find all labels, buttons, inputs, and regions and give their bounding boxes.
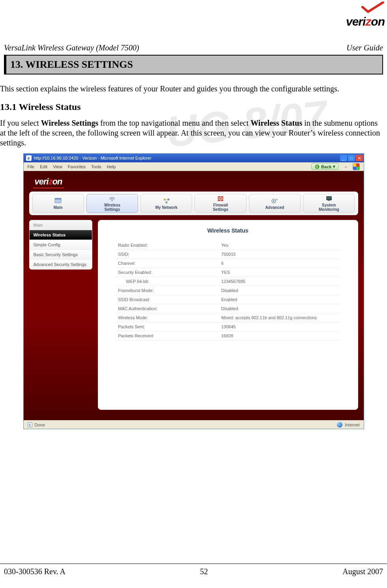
svg-point-0 <box>315 164 320 169</box>
wireless-icon <box>108 195 116 202</box>
footer-left: 030-300536 Rev. A <box>4 567 65 576</box>
browser-statusbar: e Done Internet <box>24 420 364 429</box>
close-button[interactable]: ✕ <box>356 155 363 161</box>
menu-view[interactable]: View <box>53 164 62 169</box>
sidebar-item-basic-security[interactable]: Basic Security Settings <box>30 250 92 260</box>
back-icon <box>315 164 320 169</box>
status-table: Radio Enabled:Yes SSID:750015 Channel:6 … <box>116 241 340 341</box>
footer-page: 52 <box>200 567 208 576</box>
status-done: Done <box>35 422 45 427</box>
menu-help[interactable]: Help <box>107 164 116 169</box>
svg-line-8 <box>165 199 166 203</box>
row-wireless-mode: Wireless Mode:Mixed: accepts 802.11b and… <box>116 313 340 322</box>
row-wep: WEP 64-bit:1234567895 <box>116 277 340 286</box>
intro-paragraph: This section explains the wireless featu… <box>0 84 383 94</box>
sidebar-header[interactable]: Main <box>30 220 92 230</box>
window-titlebar: e http://10.16.90.10:2420 - Verizon - Mi… <box>24 154 364 162</box>
footer-right: August 2007 <box>342 567 383 576</box>
verizon-logo: verizon <box>346 2 385 28</box>
svg-point-3 <box>112 200 113 201</box>
main-icon <box>54 197 62 205</box>
firewall-icon <box>217 195 224 202</box>
doc-title-right: User Guide <box>346 43 383 52</box>
body-paragraph: If you select Wireless Settings from the… <box>0 118 383 148</box>
sidebar-item-advanced-security[interactable]: Advanced Security Settings <box>30 260 92 269</box>
sidebar-item-wireless-status[interactable]: Wireless Status <box>30 230 92 240</box>
page-viewport: verizon Main Wireless Settings My Networ… <box>24 171 364 420</box>
row-packets-received: Packets Received:16828 <box>116 331 340 341</box>
page-footer: 030-300536 Rev. A 52 August 2007 <box>0 564 387 576</box>
minimize-button[interactable]: _ <box>340 155 347 161</box>
internet-icon <box>337 422 342 428</box>
tab-advanced[interactable]: Advanced <box>249 194 301 213</box>
sidebar: Main Wireless Status Simple Config Basic… <box>29 220 92 410</box>
row-ssid: SSID:750015 <box>116 250 340 259</box>
tab-main[interactable]: Main <box>32 194 84 213</box>
tab-firewall-settings[interactable]: Firewall Settings <box>194 194 246 213</box>
menu-favorites[interactable]: Favorites <box>68 164 86 169</box>
sidebar-item-simple-config[interactable]: Simple Config <box>30 240 92 250</box>
status-internet: Internet <box>345 422 359 427</box>
maximize-button[interactable]: □ <box>348 155 355 161</box>
row-radio-enabled: Radio Enabled:Yes <box>116 241 340 250</box>
windows-flag-icon[interactable] <box>353 163 360 170</box>
site-header: verizon <box>24 171 364 188</box>
status-ie-icon: e <box>28 422 32 427</box>
section-heading: 13. WIRELESS SETTINGS <box>4 55 383 74</box>
back-button[interactable]: Back ▾ <box>311 163 339 170</box>
doc-header: VersaLink Wireless Gateway (Model 7500) … <box>0 4 387 55</box>
subsection-heading: 13.1 Wireless Status <box>0 101 383 113</box>
top-nav-tabs: Main Wireless Settings My Network Firewa… <box>29 192 358 215</box>
menu-file[interactable]: File <box>28 164 35 169</box>
content-panel: Wireless Status Radio Enabled:Yes SSID:7… <box>98 220 358 410</box>
svg-point-18 <box>273 200 275 202</box>
monitoring-icon <box>325 195 333 202</box>
browser-menubar: File Edit View Favorites Tools Help Back… <box>24 162 364 171</box>
advanced-icon <box>271 197 279 205</box>
row-packets-sent: Packets Sent:130845 <box>116 322 340 331</box>
row-security-enabled: Security Enabled:YES <box>116 268 340 277</box>
svg-line-9 <box>166 199 168 203</box>
site-logo: verizon <box>33 177 64 188</box>
network-icon <box>163 197 170 205</box>
tab-my-network[interactable]: My Network <box>140 194 192 213</box>
window-title: http://10.16.90.10:2420 - Verizon - Micr… <box>34 156 151 160</box>
ie-icon: e <box>26 155 32 161</box>
row-frameburst: Frameburst Mode:Disabled <box>116 286 340 295</box>
tab-wireless-settings[interactable]: Wireless Settings <box>86 194 138 213</box>
svg-rect-20 <box>328 200 330 201</box>
row-mac-auth: MAC Authentication:Disabled <box>116 304 340 313</box>
menu-edit[interactable]: Edit <box>40 164 47 169</box>
row-ssid-broadcast: SSID Broadcast:Enabled <box>116 295 340 304</box>
panel-title: Wireless Status <box>106 227 350 234</box>
doc-title-left: VersaLink Wireless Gateway (Model 7500) <box>4 43 139 52</box>
menu-tools[interactable]: Tools <box>91 164 101 169</box>
tab-system-monitoring[interactable]: System Monitoring <box>303 194 355 213</box>
row-channel: Channel:6 <box>116 259 340 268</box>
svg-rect-2 <box>55 198 61 199</box>
browser-window: e http://10.16.90.10:2420 - Verizon - Mi… <box>23 153 364 429</box>
verizon-check-icon <box>361 2 385 13</box>
toolbar-chevron[interactable]: » <box>344 164 347 169</box>
